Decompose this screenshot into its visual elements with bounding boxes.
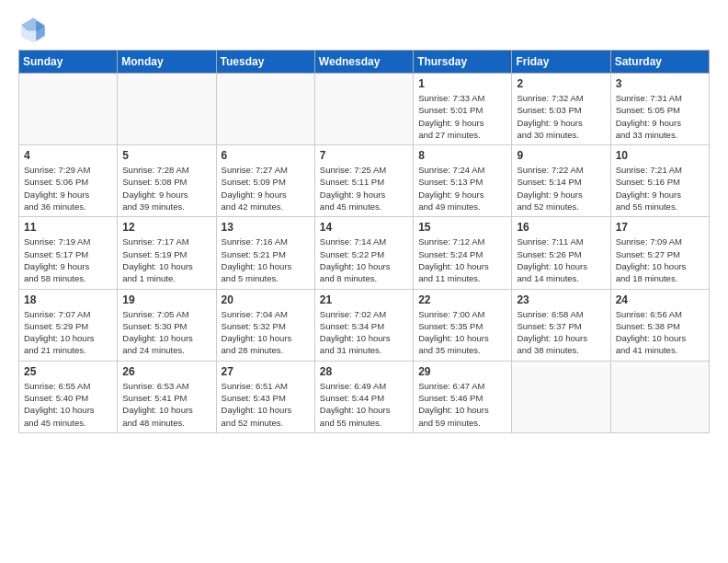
day-number: 2 <box>517 77 605 90</box>
day-detail: Sunrise: 6:51 AM Sunset: 5:43 PM Dayligh… <box>222 380 310 429</box>
calendar-cell: 3Sunrise: 7:31 AM Sunset: 5:05 PM Daylig… <box>610 74 709 145</box>
day-detail: Sunrise: 7:31 AM Sunset: 5:05 PM Dayligh… <box>616 92 704 141</box>
day-number: 11 <box>24 221 112 234</box>
day-detail: Sunrise: 6:53 AM Sunset: 5:41 PM Dayligh… <box>122 380 210 429</box>
day-detail: Sunrise: 7:28 AM Sunset: 5:08 PM Dayligh… <box>122 164 210 213</box>
calendar-cell: 1Sunrise: 7:33 AM Sunset: 5:01 PM Daylig… <box>414 74 512 145</box>
calendar-cell: 17Sunrise: 7:09 AM Sunset: 5:27 PM Dayli… <box>610 217 709 289</box>
calendar-cell: 13Sunrise: 7:16 AM Sunset: 5:21 PM Dayli… <box>216 217 314 289</box>
day-detail: Sunrise: 7:27 AM Sunset: 5:09 PM Dayligh… <box>222 164 310 213</box>
day-number: 3 <box>616 77 704 90</box>
day-number: 17 <box>616 221 704 234</box>
day-number: 25 <box>24 365 112 378</box>
day-detail: Sunrise: 7:29 AM Sunset: 5:06 PM Dayligh… <box>24 164 112 213</box>
day-detail: Sunrise: 7:32 AM Sunset: 5:03 PM Dayligh… <box>517 92 605 141</box>
weekday-header-thursday: Thursday <box>414 51 512 74</box>
day-number: 13 <box>222 221 310 234</box>
weekday-header-row: SundayMondayTuesdayWednesdayThursdayFrid… <box>19 51 710 74</box>
day-detail: Sunrise: 7:16 AM Sunset: 5:21 PM Dayligh… <box>222 236 310 284</box>
day-number: 18 <box>24 293 112 306</box>
day-detail: Sunrise: 7:05 AM Sunset: 5:30 PM Dayligh… <box>122 308 210 357</box>
day-number: 1 <box>418 77 506 90</box>
calendar-cell: 14Sunrise: 7:14 AM Sunset: 5:22 PM Dayli… <box>314 217 413 289</box>
calendar-cell: 2Sunrise: 7:32 AM Sunset: 5:03 PM Daylig… <box>512 74 610 145</box>
calendar-cell: 22Sunrise: 7:00 AM Sunset: 5:35 PM Dayli… <box>414 289 512 361</box>
calendar-cell <box>216 74 314 145</box>
calendar-cell <box>610 361 709 432</box>
calendar-cell: 23Sunrise: 6:58 AM Sunset: 5:37 PM Dayli… <box>512 289 610 361</box>
weekday-header-tuesday: Tuesday <box>216 51 314 74</box>
day-detail: Sunrise: 7:19 AM Sunset: 5:17 PM Dayligh… <box>24 236 112 284</box>
weekday-header-wednesday: Wednesday <box>314 51 413 74</box>
page-header <box>18 15 710 44</box>
day-detail: Sunrise: 7:14 AM Sunset: 5:22 PM Dayligh… <box>320 236 408 284</box>
day-detail: Sunrise: 6:47 AM Sunset: 5:46 PM Dayligh… <box>418 380 506 429</box>
calendar-cell: 6Sunrise: 7:27 AM Sunset: 5:09 PM Daylig… <box>216 145 314 217</box>
day-number: 8 <box>418 149 506 162</box>
day-number: 26 <box>122 365 210 378</box>
weekday-header-friday: Friday <box>512 51 610 74</box>
calendar-table: SundayMondayTuesdayWednesdayThursdayFrid… <box>18 50 710 433</box>
day-number: 29 <box>418 365 506 378</box>
weekday-header-sunday: Sunday <box>19 51 118 74</box>
day-detail: Sunrise: 7:11 AM Sunset: 5:26 PM Dayligh… <box>517 236 605 284</box>
day-detail: Sunrise: 7:00 AM Sunset: 5:35 PM Dayligh… <box>418 308 506 357</box>
day-number: 5 <box>122 149 210 162</box>
calendar-cell: 11Sunrise: 7:19 AM Sunset: 5:17 PM Dayli… <box>19 217 118 289</box>
calendar-cell: 20Sunrise: 7:04 AM Sunset: 5:32 PM Dayli… <box>216 289 314 361</box>
day-detail: Sunrise: 7:02 AM Sunset: 5:34 PM Dayligh… <box>320 308 408 357</box>
day-number: 24 <box>616 293 704 306</box>
day-detail: Sunrise: 7:21 AM Sunset: 5:16 PM Dayligh… <box>616 164 704 213</box>
day-detail: Sunrise: 7:07 AM Sunset: 5:29 PM Dayligh… <box>24 308 112 357</box>
day-number: 4 <box>24 149 112 162</box>
calendar-cell <box>512 361 610 432</box>
calendar-cell <box>19 74 118 145</box>
calendar-week-row: 18Sunrise: 7:07 AM Sunset: 5:29 PM Dayli… <box>19 289 710 361</box>
calendar-cell: 29Sunrise: 6:47 AM Sunset: 5:46 PM Dayli… <box>414 361 512 432</box>
day-detail: Sunrise: 7:33 AM Sunset: 5:01 PM Dayligh… <box>418 92 506 141</box>
day-number: 12 <box>122 221 210 234</box>
day-number: 16 <box>517 221 605 234</box>
calendar-week-row: 4Sunrise: 7:29 AM Sunset: 5:06 PM Daylig… <box>19 145 710 217</box>
day-number: 15 <box>418 221 506 234</box>
calendar-cell: 21Sunrise: 7:02 AM Sunset: 5:34 PM Dayli… <box>314 289 413 361</box>
logo-icon <box>18 15 48 44</box>
calendar-week-row: 25Sunrise: 6:55 AM Sunset: 5:40 PM Dayli… <box>19 361 710 432</box>
day-detail: Sunrise: 6:55 AM Sunset: 5:40 PM Dayligh… <box>24 380 112 429</box>
calendar-week-row: 1Sunrise: 7:33 AM Sunset: 5:01 PM Daylig… <box>19 74 710 145</box>
calendar-cell: 12Sunrise: 7:17 AM Sunset: 5:19 PM Dayli… <box>118 217 216 289</box>
calendar-cell <box>118 74 216 145</box>
day-detail: Sunrise: 7:04 AM Sunset: 5:32 PM Dayligh… <box>222 308 310 357</box>
calendar-cell: 18Sunrise: 7:07 AM Sunset: 5:29 PM Dayli… <box>19 289 118 361</box>
calendar-cell: 25Sunrise: 6:55 AM Sunset: 5:40 PM Dayli… <box>19 361 118 432</box>
calendar-cell: 9Sunrise: 7:22 AM Sunset: 5:14 PM Daylig… <box>512 145 610 217</box>
calendar-cell: 27Sunrise: 6:51 AM Sunset: 5:43 PM Dayli… <box>216 361 314 432</box>
day-number: 10 <box>616 149 704 162</box>
day-detail: Sunrise: 6:56 AM Sunset: 5:38 PM Dayligh… <box>616 308 704 357</box>
day-detail: Sunrise: 7:25 AM Sunset: 5:11 PM Dayligh… <box>320 164 408 213</box>
calendar-cell: 4Sunrise: 7:29 AM Sunset: 5:06 PM Daylig… <box>19 145 118 217</box>
calendar-week-row: 11Sunrise: 7:19 AM Sunset: 5:17 PM Dayli… <box>19 217 710 289</box>
day-number: 9 <box>517 149 605 162</box>
day-number: 28 <box>320 365 408 378</box>
day-detail: Sunrise: 7:09 AM Sunset: 5:27 PM Dayligh… <box>616 236 704 284</box>
day-detail: Sunrise: 6:49 AM Sunset: 5:44 PM Dayligh… <box>320 380 408 429</box>
calendar-cell: 7Sunrise: 7:25 AM Sunset: 5:11 PM Daylig… <box>314 145 413 217</box>
weekday-header-saturday: Saturday <box>610 51 709 74</box>
day-number: 20 <box>222 293 310 306</box>
day-detail: Sunrise: 6:58 AM Sunset: 5:37 PM Dayligh… <box>517 308 605 357</box>
calendar-cell: 16Sunrise: 7:11 AM Sunset: 5:26 PM Dayli… <box>512 217 610 289</box>
logo <box>18 15 51 44</box>
day-number: 6 <box>222 149 310 162</box>
calendar-cell: 15Sunrise: 7:12 AM Sunset: 5:24 PM Dayli… <box>414 217 512 289</box>
day-number: 21 <box>320 293 408 306</box>
calendar-cell: 26Sunrise: 6:53 AM Sunset: 5:41 PM Dayli… <box>118 361 216 432</box>
day-number: 23 <box>517 293 605 306</box>
calendar-cell: 24Sunrise: 6:56 AM Sunset: 5:38 PM Dayli… <box>610 289 709 361</box>
day-number: 19 <box>122 293 210 306</box>
calendar-cell: 10Sunrise: 7:21 AM Sunset: 5:16 PM Dayli… <box>610 145 709 217</box>
calendar-cell: 28Sunrise: 6:49 AM Sunset: 5:44 PM Dayli… <box>314 361 413 432</box>
calendar-cell <box>314 74 413 145</box>
calendar-cell: 19Sunrise: 7:05 AM Sunset: 5:30 PM Dayli… <box>118 289 216 361</box>
calendar-cell: 5Sunrise: 7:28 AM Sunset: 5:08 PM Daylig… <box>118 145 216 217</box>
